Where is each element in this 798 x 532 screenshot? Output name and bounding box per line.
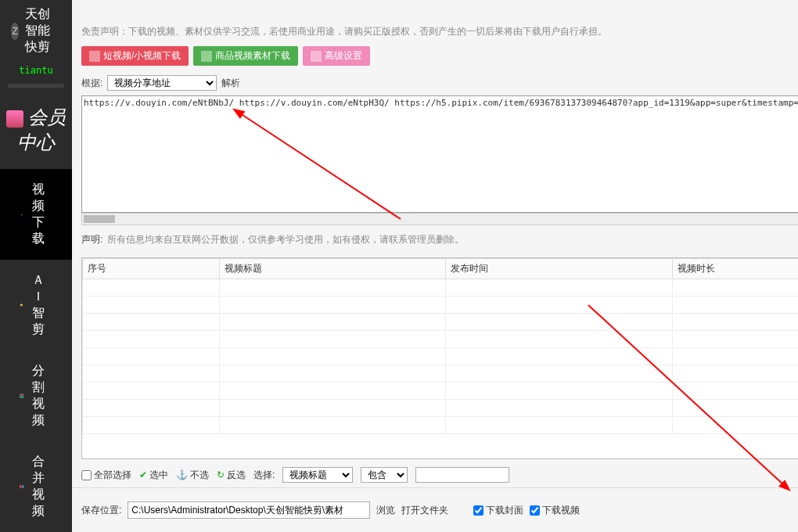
svg-rect-2	[20, 397, 24, 397]
tab-short-video[interactable]: 短视频/小视频下载	[81, 46, 189, 66]
refresh-icon: ↻	[217, 469, 225, 480]
tab-label: 短视频/小视频下载	[103, 49, 181, 63]
selection-toolbar: 全部选择 ✔选中 ⚓不选 ↻反选 选择: 视频标题 包含 👍确定 ▬删除已选 ▬…	[72, 462, 798, 487]
merge-icon	[19, 480, 24, 494]
main: — □ ✕ 免责声明：下载的视频、素材仅供学习交流，若使用商业用途，请购买正版授…	[72, 0, 798, 532]
note-row: 声明: 所有信息均来自互联网公开数据，仅供参考学习使用，如有侵权，请联系管理员删…	[72, 225, 798, 254]
vip-center[interactable]: 会员中心	[0, 95, 72, 164]
url-textarea[interactable]: https://v.douyin.com/eNtBNbJ/ https://v.…	[81, 95, 798, 213]
tab-goods-video[interactable]: 商品视频素材下载	[193, 46, 298, 66]
result-table: 序号视频标题发布时间视频时长评论数播放次数作者昵称下载状态	[81, 257, 798, 459]
note-label: 声明:	[81, 233, 102, 246]
table-header[interactable]: 序号	[83, 259, 220, 279]
app-title: 天创智能快剪	[25, 6, 61, 56]
select-button[interactable]: ✔选中	[139, 469, 168, 482]
brand-text: tiantu	[0, 62, 72, 84]
titlebar: — □ ✕	[72, 0, 798, 22]
dl-cover-checkbox[interactable]: 下载封面	[473, 504, 523, 517]
split-icon	[19, 389, 24, 403]
app-logo-icon: Z	[11, 23, 19, 40]
app-title-row: Z 天创智能快剪	[0, 0, 72, 62]
vip-label: 会员中心	[17, 106, 66, 153]
table-row[interactable]	[83, 400, 799, 417]
nav-label: 视频下载	[32, 182, 53, 247]
save-label: 保存位置:	[81, 504, 121, 517]
tab-label: 商品视频素材下载	[215, 49, 290, 63]
according-row: 根据: 视频分享地址 解析 解析速度: 快 慢 ⊗清空网址 自动粘贴网址	[72, 70, 798, 95]
nav-label: Ａ Ｉ 智剪	[32, 272, 53, 338]
nav: 视频下载 Ａ Ｉ 智剪 分割视频 合并视频	[0, 169, 72, 532]
table-row[interactable]	[83, 383, 799, 400]
lbl: 下载视频	[542, 504, 580, 517]
open-folder-button[interactable]: 打开文件夹	[401, 504, 448, 517]
table-header[interactable]: 视频标题	[220, 259, 446, 279]
lbl: 选中	[149, 469, 168, 482]
filter-field-select[interactable]: 视频标题	[282, 467, 353, 483]
table-row[interactable]	[83, 365, 799, 383]
scrollbar-thumb[interactable]	[84, 215, 115, 223]
table-row[interactable]	[83, 297, 799, 314]
according-select[interactable]: 视频分享地址	[107, 75, 217, 91]
svg-rect-3	[20, 485, 21, 488]
nav-label: 分割视频	[32, 363, 53, 429]
table-row[interactable]	[83, 417, 799, 434]
lbl: 不选	[190, 469, 209, 482]
invert-button[interactable]: ↻反选	[217, 469, 246, 482]
select-label: 选择:	[253, 469, 275, 482]
h-scrollbar[interactable]	[81, 213, 798, 225]
bottom-bar: 保存位置: 浏览 打开文件夹 下载封面 下载视频 ✔ 立即下载	[72, 487, 798, 532]
disclaimer: 免责声明：下载的视频、素材仅供学习交流，若使用商业用途，请购买正版授权，否则产生…	[72, 22, 798, 41]
vip-icon	[6, 110, 23, 128]
filter-op-select[interactable]: 包含	[361, 467, 408, 483]
table-header[interactable]: 发布时间	[446, 259, 672, 279]
browse-button[interactable]: 浏览	[376, 504, 395, 517]
lbl: 反选	[227, 469, 246, 482]
nav-label: 合并视频	[32, 454, 53, 519]
check-icon: ✔	[139, 469, 147, 480]
nav-split-video[interactable]: 分割视频	[0, 350, 72, 441]
tabs: 短视频/小视频下载 商品视频素材下载 高级设置	[72, 41, 798, 70]
download-icon	[19, 207, 24, 221]
svg-rect-4	[22, 485, 23, 488]
tab-label: 高级设置	[325, 49, 362, 63]
lbl: 下载封面	[486, 504, 523, 517]
table-row[interactable]	[83, 331, 799, 348]
tab-icon	[201, 51, 212, 62]
nav-video-download[interactable]: 视频下载	[0, 169, 72, 260]
table-row[interactable]	[83, 314, 799, 331]
table-row[interactable]	[83, 279, 799, 297]
save-path-input[interactable]	[128, 501, 370, 519]
table-header[interactable]: 视频时长	[672, 259, 798, 279]
tab-icon	[89, 51, 100, 62]
dl-video-checkbox[interactable]: 下载视频	[530, 504, 580, 517]
table-row[interactable]	[83, 348, 799, 365]
parse-link[interactable]: 解析	[221, 77, 240, 90]
nav-ai-clip[interactable]: Ａ Ｉ 智剪	[0, 260, 72, 350]
anchor-icon: ⚓	[176, 469, 188, 480]
tab-advanced[interactable]: 高级设置	[303, 46, 370, 66]
unselect-button[interactable]: ⚓不选	[176, 469, 209, 482]
svg-rect-0	[20, 394, 24, 395]
user-box	[8, 84, 64, 88]
tab-icon	[311, 51, 322, 62]
filter-value-input[interactable]	[415, 467, 509, 483]
nav-merge-video[interactable]: 合并视频	[0, 441, 72, 532]
sidebar: Z 天创智能快剪 tiantu 会员中心 视频下载 Ａ Ｉ 智剪 分割视频 合并…	[0, 0, 72, 532]
select-all-checkbox[interactable]: 全部选择	[81, 469, 131, 482]
svg-rect-1	[20, 395, 24, 396]
according-label: 根据:	[81, 77, 102, 90]
ai-icon	[19, 298, 24, 312]
lbl: 全部选择	[94, 469, 131, 482]
note-text: 所有信息均来自互联网公开数据，仅供参考学习使用，如有侵权，请联系管理员删除。	[107, 233, 464, 246]
